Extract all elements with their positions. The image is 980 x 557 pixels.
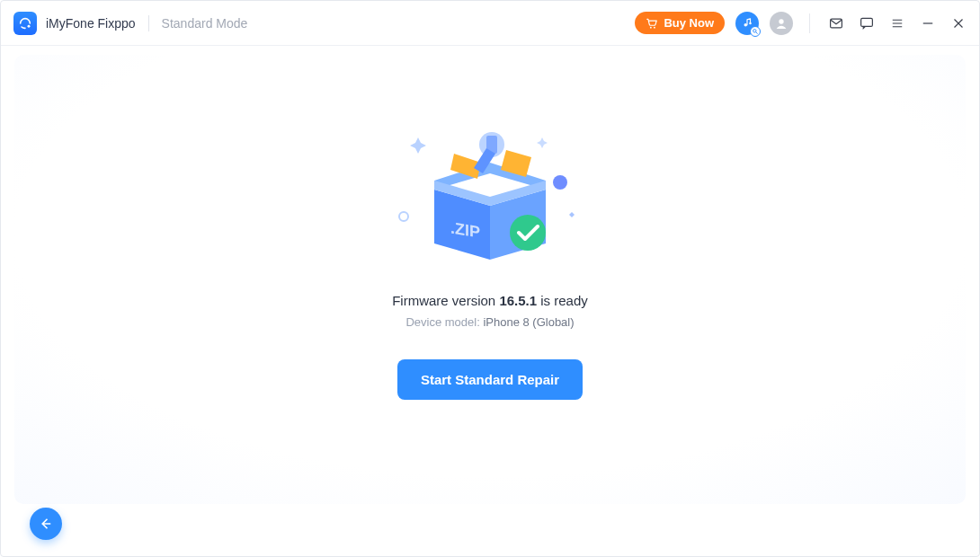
svg-point-3: [749, 22, 752, 24]
svg-point-5: [779, 19, 783, 23]
device-model-value: iPhone 8 (Global): [483, 315, 574, 329]
divider: [809, 13, 810, 33]
svg-point-8: [399, 212, 408, 221]
svg-point-9: [553, 175, 567, 190]
feedback-icon[interactable]: [857, 13, 877, 33]
music-search-icon[interactable]: [735, 12, 759, 35]
app-window: iMyFone Fixppo Standard Mode Buy Now: [0, 0, 980, 557]
cart-icon: [646, 17, 658, 30]
app-logo-icon: [13, 12, 37, 35]
account-icon[interactable]: [770, 12, 793, 35]
status-text: Firmware version 16.5.1 is ready Device …: [392, 293, 588, 329]
titlebar-right: Buy Now: [635, 12, 968, 35]
svg-point-12: [510, 215, 546, 251]
firmware-version: 16.5.1: [499, 293, 537, 308]
svg-point-2: [654, 26, 655, 28]
buy-now-button[interactable]: Buy Now: [635, 12, 725, 34]
firmware-suffix: is ready: [537, 293, 588, 308]
arrow-left-icon: [38, 516, 54, 532]
svg-rect-7: [861, 18, 873, 26]
titlebar: iMyFone Fixppo Standard Mode Buy Now: [1, 1, 979, 46]
firmware-illustration-icon: .ZIP: [391, 118, 589, 266]
firmware-status: Firmware version 16.5.1 is ready: [392, 293, 588, 308]
mode-label: Standard Mode: [162, 16, 248, 31]
svg-point-1: [650, 26, 652, 28]
app-title: iMyFone Fixppo: [46, 16, 136, 31]
menu-icon[interactable]: [887, 13, 907, 33]
back-button[interactable]: [30, 508, 62, 540]
device-label: Device model:: [405, 315, 483, 329]
buy-now-label: Buy Now: [664, 16, 714, 30]
divider: [148, 15, 149, 31]
close-icon[interactable]: [949, 13, 968, 33]
start-standard-repair-button[interactable]: Start Standard Repair: [397, 359, 583, 400]
device-model: Device model: iPhone 8 (Global): [392, 315, 588, 329]
mail-icon[interactable]: [826, 13, 846, 33]
svg-point-0: [28, 24, 31, 27]
minimize-icon[interactable]: [918, 13, 938, 33]
titlebar-left: iMyFone Fixppo Standard Mode: [1, 12, 635, 35]
magnify-badge-icon: [750, 26, 761, 37]
firmware-prefix: Firmware version: [392, 293, 499, 308]
main-panel: .ZIP Firmware version 16.5.1 is ready De…: [14, 55, 966, 504]
